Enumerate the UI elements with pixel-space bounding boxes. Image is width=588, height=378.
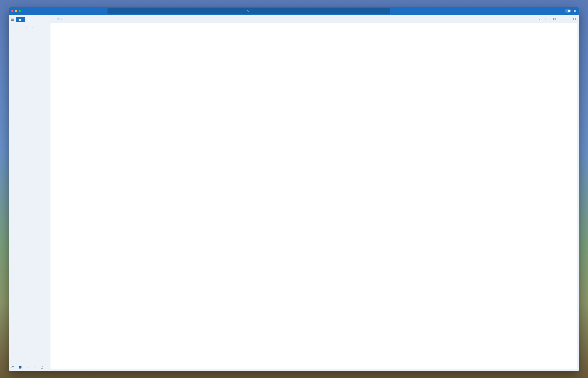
svg-rect-8 (554, 18, 556, 20)
new-outlook-toggle[interactable] (565, 9, 571, 13)
grid-icon (553, 18, 556, 20)
svg-rect-3 (19, 19, 21, 19)
minimize-icon[interactable] (15, 10, 17, 12)
svg-rect-4 (12, 366, 14, 368)
new-event-button[interactable] (16, 17, 25, 22)
close-icon[interactable] (11, 10, 14, 12)
calendar-plus-icon (19, 18, 21, 21)
sidebar-footer (9, 364, 50, 371)
main-panel: ‹ › ▴▾ (50, 15, 579, 371)
svg-point-0 (247, 10, 249, 12)
chevron-down-icon: ⌄ (566, 18, 568, 20)
hamburger-icon[interactable] (11, 19, 14, 21)
weather-refresh-icon[interactable]: ▴▾ (545, 18, 546, 20)
svg-rect-6 (19, 366, 21, 367)
weather-icon (538, 17, 543, 21)
prev-week-button[interactable]: ‹ (54, 17, 56, 21)
minical-next[interactable]: › (31, 26, 34, 29)
weather-widget[interactable]: ▴▾ (538, 17, 546, 21)
svg-line-1 (249, 11, 249, 12)
calendar-grid (50, 23, 577, 369)
search-icon (247, 9, 250, 13)
mini-calendar: ‹ › (9, 25, 50, 30)
sidebar: ‹ › (9, 15, 50, 371)
svg-rect-12 (574, 18, 576, 20)
people-icon[interactable] (26, 366, 29, 369)
notes-icon[interactable] (41, 366, 44, 369)
app-window: ‹ › ‹ (9, 7, 579, 371)
allday-row (50, 28, 577, 30)
svg-point-7 (27, 366, 28, 367)
window-controls (11, 10, 21, 12)
titlebar (9, 7, 579, 15)
search-input[interactable] (107, 8, 390, 14)
maximize-icon[interactable] (19, 10, 21, 12)
day-header-row (50, 23, 577, 28)
mail-icon[interactable] (11, 366, 14, 369)
minical-prev[interactable]: ‹ (25, 26, 28, 29)
tasks-icon[interactable] (33, 366, 36, 369)
view-selector[interactable]: ⌄ (551, 17, 569, 21)
calendar-toolbar: ‹ › ▴▾ (50, 15, 579, 23)
panel-toggle-icon[interactable] (573, 17, 576, 20)
calendar-icon[interactable] (19, 366, 22, 369)
megaphone-icon[interactable] (574, 9, 577, 13)
next-week-button[interactable]: › (60, 17, 63, 21)
today-button[interactable] (57, 18, 60, 19)
